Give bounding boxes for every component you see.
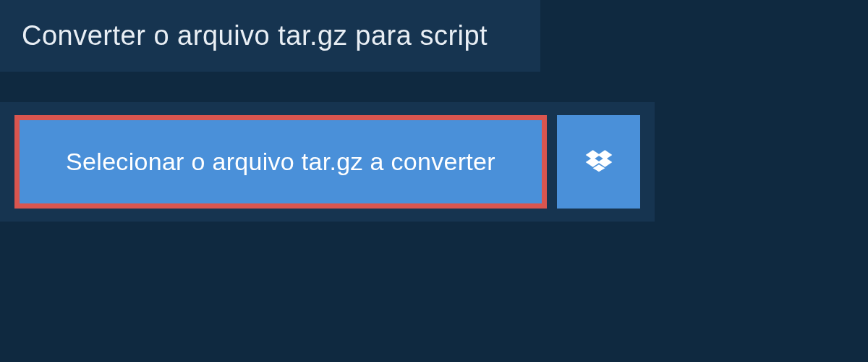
converter-container: Converter o arquivo tar.gz para script S…	[0, 0, 868, 222]
page-title: Converter o arquivo tar.gz para script	[22, 20, 519, 51]
dropbox-icon	[584, 148, 613, 177]
header-bar: Converter o arquivo tar.gz para script	[0, 0, 540, 72]
dropbox-button[interactable]	[557, 115, 640, 209]
select-file-button[interactable]: Selecionar o arquivo tar.gz a converter	[14, 115, 547, 209]
upload-section: Selecionar o arquivo tar.gz a converter	[0, 102, 655, 222]
